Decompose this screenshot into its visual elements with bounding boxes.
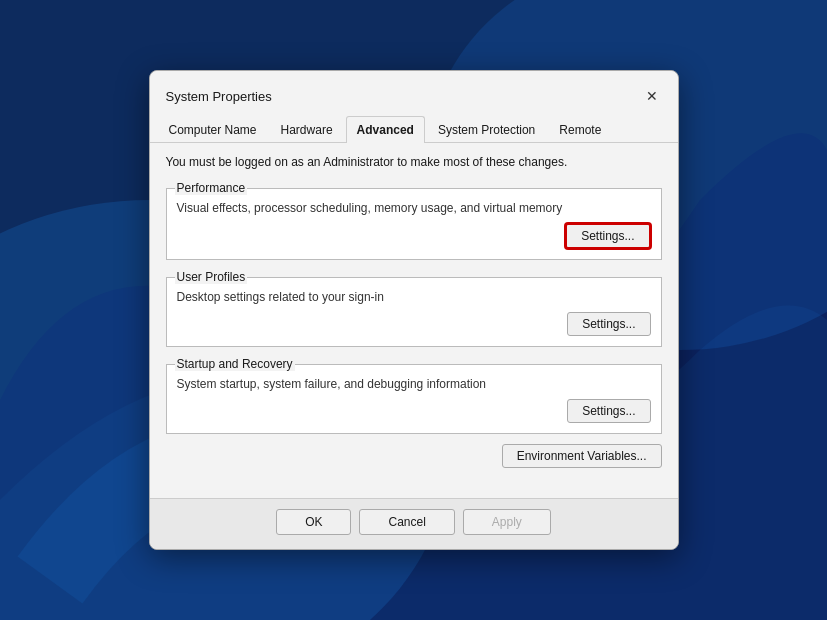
startup-recovery-btn-row: Settings... <box>177 399 651 423</box>
ok-button[interactable]: OK <box>276 509 351 535</box>
startup-recovery-description: System startup, system failure, and debu… <box>177 377 651 391</box>
environment-variables-button[interactable]: Environment Variables... <box>502 444 662 468</box>
startup-recovery-label: Startup and Recovery <box>175 357 295 371</box>
tab-hardware[interactable]: Hardware <box>270 116 344 143</box>
performance-section: Performance Visual effects, processor sc… <box>166 181 662 260</box>
tabs-bar: Computer Name Hardware Advanced System P… <box>150 115 678 143</box>
performance-btn-row: Settings... <box>177 223 651 249</box>
user-profiles-btn-row: Settings... <box>177 312 651 336</box>
bottom-bar: OK Cancel Apply <box>150 498 678 549</box>
startup-recovery-section: Startup and Recovery System startup, sys… <box>166 357 662 434</box>
tab-advanced[interactable]: Advanced <box>346 116 425 143</box>
tab-remote[interactable]: Remote <box>548 116 612 143</box>
user-profiles-settings-button[interactable]: Settings... <box>567 312 650 336</box>
content-area: You must be logged on as an Administrato… <box>150 143 678 498</box>
user-profiles-label: User Profiles <box>175 270 248 284</box>
environment-variables-row: Environment Variables... <box>166 444 662 468</box>
title-bar: System Properties ✕ <box>150 71 678 111</box>
tab-computer-name[interactable]: Computer Name <box>158 116 268 143</box>
tab-system-protection[interactable]: System Protection <box>427 116 546 143</box>
user-profiles-description: Desktop settings related to your sign-in <box>177 290 651 304</box>
performance-label: Performance <box>175 181 248 195</box>
user-profiles-section: User Profiles Desktop settings related t… <box>166 270 662 347</box>
close-button[interactable]: ✕ <box>638 82 666 110</box>
cancel-button[interactable]: Cancel <box>359 509 454 535</box>
performance-settings-button[interactable]: Settings... <box>565 223 650 249</box>
performance-description: Visual effects, processor scheduling, me… <box>177 201 651 215</box>
apply-button[interactable]: Apply <box>463 509 551 535</box>
startup-recovery-settings-button[interactable]: Settings... <box>567 399 650 423</box>
admin-notice: You must be logged on as an Administrato… <box>166 155 662 169</box>
dialog-title: System Properties <box>166 89 272 104</box>
system-properties-dialog: System Properties ✕ Computer Name Hardwa… <box>149 70 679 550</box>
